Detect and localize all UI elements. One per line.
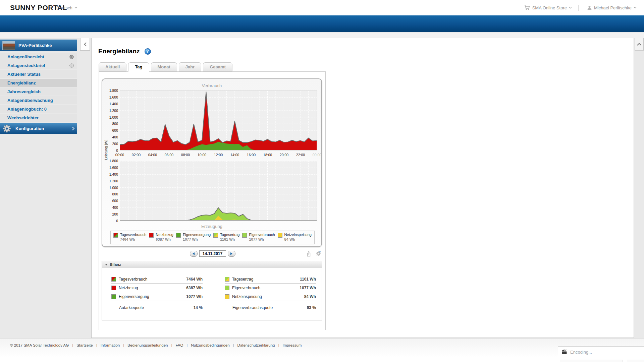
y-tick-label: 1.400 [109,172,118,176]
bilanz-swatch [225,294,229,299]
footer-separator: | [72,343,73,347]
sidebar-item-label: Jahresvergleich [7,89,41,94]
sidebar-item-label: Anlagenübersicht [7,54,44,59]
legend-item-netzeinspeisung: Netzeinspeisung84 Wh [278,233,312,244]
sidebar-item-energiebilanz[interactable]: Energiebilanz [0,79,77,87]
footer-link-startseite[interactable]: Startseite [76,343,93,347]
sidebar-item-anlagenuebersicht[interactable]: Anlagenübersicht [0,53,77,61]
footer-link-information[interactable]: Information [101,343,120,347]
date-input[interactable] [199,250,226,257]
legend-item-tagesverbrauch: Tagesverbrauch7464 Wh [113,233,146,244]
bilanz-row-netzbezug: Netzbezug6387 Wh [111,284,203,292]
encoding-label: Encoding... [570,350,592,355]
online-store-label: SMA Online Store [532,5,567,10]
online-store-menu[interactable]: SMA Online Store [524,0,572,15]
sidebar-item-anlagensteckbrief[interactable]: Anlagensteckbrief [0,61,77,69]
legend-label: Eigenversorgung [183,233,211,237]
footer-link-impressum[interactable]: Impressum [282,343,302,347]
bilanz-label: Eigenversorgung [119,294,149,299]
legend-item-eigenverbrauch: Eigenverbrauch1077 Wh [242,233,275,244]
footer-separator: | [186,343,187,347]
x-tick-label: 22:00 [295,153,306,157]
y-tick-label: 1.600 [109,166,118,170]
legend-label: Eigenverbrauch [249,233,275,237]
header-banner [0,15,644,32]
web-icon [69,55,74,59]
chart-settings-button[interactable] [315,251,321,258]
tab-monat[interactable]: Monat [151,62,177,71]
bilanz-header[interactable]: Bilanz [102,261,322,268]
collapse-sidebar-button[interactable] [80,38,90,51]
language-select[interactable]: Deutsch [56,0,77,15]
footer-link-bedienungsanleitungen[interactable]: Bedienungsanleitungen [127,343,168,347]
x-tick-label: 04:00 [147,153,158,157]
chevron-down-icon [74,7,77,9]
y-tick-label: 1.600 [109,95,118,99]
bilanz-label: Tagesverbrauch [119,277,147,282]
export-chart-button[interactable] [307,251,313,258]
bilanz-swatch [225,277,229,282]
y-tick-label: 1.800 [109,88,118,93]
x-tick-label: 18:00 [262,153,273,157]
sidebar-item-wechselrichter[interactable]: Wechselrichter [0,114,77,122]
gear-small-icon [315,251,321,257]
footer-link-nutzungsbedingungen[interactable]: Nutzungsbedingungen [191,343,229,347]
page-title: Energiebilanz [98,48,140,55]
footer-separator: | [278,343,279,347]
footer-link-datenschutzerklärung[interactable]: Datenschutzerklärung [237,343,275,347]
clapperboard-icon [562,350,567,355]
erzeugung-chart [120,161,317,221]
konfiguration-label: Konfiguration [15,126,44,131]
tab-jahr[interactable]: Jahr [179,62,201,71]
legend-swatch [278,233,282,238]
eigenverbrauchsquote-label: Eigenverbrauchsquote [232,305,273,310]
chevron-right-icon [72,127,74,130]
legend-item-eigenversorgung: Eigenversorgung1077 Wh [176,233,211,244]
verbrauch-chart [120,90,317,150]
autarkiequote-row: Autarkiequote 14 % [111,305,203,310]
y-tick-label: 1.400 [109,102,118,106]
tab-aktuell[interactable]: Aktuell [99,62,126,71]
encoding-popup-button-2[interactable] [627,360,644,362]
plant-selector[interactable]: PVA-Perlitschke [0,40,77,51]
bilanz-value: 6387 Wh [186,286,203,290]
encoding-popup: Encoding... [558,346,644,362]
x-tick-label: 00:00 [311,153,323,157]
sidebar-item-anlagenlogbuch[interactable]: Anlagenlogbuch: 0 [0,105,77,113]
sidebar-item-anlagenueberwachung[interactable]: Anlagenüberwachung [0,96,77,104]
collapse-panel-button[interactable] [635,38,644,51]
bilanz-label: Eigenverbrauch [232,286,260,290]
page-title-row: Energiebilanz ? [98,48,151,55]
legend-value: 84 Wh [284,237,312,241]
sidebar-item-aktueller-status[interactable]: Aktueller Status [0,70,77,78]
chevron-down-icon [634,7,637,9]
sidebar-item-konfiguration[interactable]: Konfiguration [0,123,77,134]
user-menu[interactable]: Michael Perlitschke [587,0,637,15]
bilanz-panel: Bilanz Tagesverbrauch7464 WhNetzbezug638… [102,261,322,320]
sidebar-item-label: Anlagenüberwachung [7,98,53,103]
legend-label: Netzeinspeisung [284,233,312,237]
legend-swatch [242,233,247,238]
next-day-button[interactable] [228,251,235,257]
footer-separator: | [96,343,97,347]
web-icon [69,63,74,68]
cart-icon [524,5,530,10]
legend-value: 1077 Wh [183,237,211,241]
bilanz-value: 7464 Wh [186,277,203,282]
footer-link-faq[interactable]: FAQ [175,343,183,347]
footer-separator: | [233,343,234,347]
legend-label: Tagesertrag [220,233,239,237]
tab-tag[interactable]: Tag [128,62,149,72]
tab-gesamt[interactable]: Gesamt [203,62,232,71]
x-tick-label: 02:00 [130,153,142,157]
topbar-divider [578,5,579,11]
copyright-label: © 2017 SMA Solar Technology AG [10,343,69,347]
y-tick-label: 0 [116,219,118,223]
bilanz-swatch [225,286,229,290]
chart-title-verbrauch: Verbrauch [102,83,321,88]
sidebar-item-jahresvergleich[interactable]: Jahresvergleich [0,87,77,96]
encoding-popup-button-1[interactable] [560,360,623,362]
help-icon[interactable]: ? [145,48,151,55]
previous-day-button[interactable] [190,251,198,257]
footer-separator: | [123,343,124,347]
